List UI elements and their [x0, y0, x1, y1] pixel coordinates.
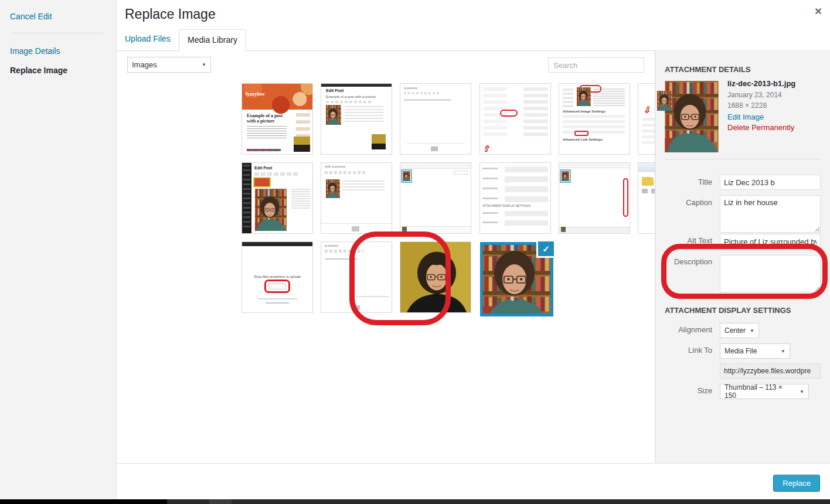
attachment-details-heading: ATTACHMENT DETAILS — [665, 65, 751, 74]
size-label: Size — [655, 386, 712, 395]
media-grid-item[interactable] — [480, 84, 550, 154]
menu-item-replace-image[interactable]: Replace Image — [10, 66, 67, 75]
caption-field[interactable]: Liz in her house — [720, 195, 821, 233]
thumbnail-text: Edit Post — [254, 166, 272, 171]
description-label: Description — [655, 257, 712, 266]
thumbnail-decoration — [404, 92, 439, 94]
thumbnail-text: ATTACHMENT DISPLAY SETTINGS — [482, 205, 530, 208]
description-field[interactable] — [720, 255, 821, 292]
chevron-down-icon: ▼ — [800, 389, 804, 394]
media-grid-item[interactable]: Drop files anywhere to upload — [242, 242, 312, 312]
alignment-select[interactable]: Center ▼ — [720, 323, 759, 338]
thumbnail-text: Example of a post with a picture — [326, 95, 380, 99]
thumbnail-decoration — [325, 250, 363, 253]
size-select[interactable]: Thumbnail – 113 × 150 ▼ — [720, 384, 809, 399]
title-label: Title — [655, 178, 712, 186]
chevron-down-icon: ▼ — [202, 62, 206, 67]
media-grid-item[interactable] — [400, 242, 471, 312]
thumbnail-text: with a picture — [325, 165, 345, 169]
modal-footer: Replace — [117, 463, 830, 499]
photo-thumbnail — [326, 179, 340, 198]
check-icon: ✓ — [536, 241, 554, 258]
media-frame: Replace Image Upload Files Media Library… — [117, 0, 655, 499]
media-grid-item-selected[interactable]: ✓ — [480, 242, 553, 316]
thumbnail-decoration — [325, 258, 358, 260]
thumbnail-decoration — [326, 101, 373, 103]
thumbnail-decoration — [482, 212, 498, 229]
thumbnail-text: a picture — [404, 86, 417, 90]
caption-label: Caption — [655, 198, 712, 207]
media-grid-item[interactable] — [559, 163, 630, 233]
edit-image-link[interactable]: Edit Image — [727, 113, 764, 121]
thumbnail-decoration — [454, 171, 468, 175]
link-url-field[interactable] — [720, 363, 821, 379]
thumbnail-decoration — [642, 177, 654, 186]
delete-permanently-link[interactable]: Delete Permanently — [727, 123, 794, 132]
thumbnail-decoration — [247, 149, 281, 151]
attachment-date: January 23, 2014 — [727, 91, 782, 99]
alignment-value: Center — [724, 326, 746, 335]
media-grid-item[interactable]: lyzzybeeExample of a post with a picture — [242, 84, 312, 154]
thumbnail-decoration — [294, 137, 310, 152]
thumbnail-text: a picture — [325, 244, 338, 248]
thumbnail-text: Edit Post — [326, 88, 343, 93]
photo-thumbnail — [400, 242, 471, 312]
thumbnail-decoration — [563, 115, 625, 135]
title-field[interactable] — [720, 175, 821, 190]
close-icon[interactable]: ✕ — [811, 5, 825, 19]
thumbnail-decoration — [345, 106, 383, 122]
thumbnail-decoration — [406, 143, 465, 144]
thumbnail-decoration — [505, 211, 548, 230]
taskbar-strip — [0, 499, 830, 504]
link-to-label: Link To — [655, 346, 712, 355]
modal-menu: Cancel Edit Image Details Replace Image — [0, 0, 117, 499]
menu-item-image-details[interactable]: Image Details — [10, 46, 60, 56]
thumbnail-decoration — [291, 189, 310, 210]
sidebar-divider — [665, 159, 821, 159]
replace-image-modal: Cancel Edit Image Details Replace Image … — [0, 0, 830, 504]
media-grid-item[interactable]: Advanced Image SettingsAdvanced Link Set… — [559, 84, 630, 154]
thumbnail-decoration — [254, 172, 298, 176]
thumbnail-decoration — [400, 226, 471, 233]
thumbnail-decoration — [257, 298, 297, 299]
thumbnail-decoration — [266, 302, 289, 304]
tab-media-library[interactable]: Media Library — [179, 29, 246, 51]
media-grid-item[interactable]: Edit Post — [242, 163, 312, 233]
tab-upload-files[interactable]: Upload Files — [125, 34, 171, 43]
display-settings-heading: ATTACHMENT DISPLAY SETTINGS — [665, 306, 791, 315]
alt-text-field[interactable] — [720, 234, 821, 249]
menu-item-cancel-edit[interactable]: Cancel Edit — [10, 12, 52, 21]
attachment-dimensions: 1688 × 2228 — [727, 101, 767, 110]
thumbnail-text: Advanced Image Settings — [563, 110, 606, 114]
photo-thumbnail — [562, 171, 569, 181]
thumbnail-decoration — [643, 105, 652, 115]
media-grid-item[interactable]: a picture — [321, 242, 392, 312]
thumbnail-decoration — [356, 296, 389, 297]
thumbnail-decoration — [623, 178, 628, 217]
media-grid-item[interactable]: a picture — [400, 84, 471, 154]
media-filter-select[interactable]: Images ▼ — [127, 57, 211, 73]
thumbnail-decoration — [404, 99, 451, 101]
alt-text-label: Alt Text — [655, 236, 712, 245]
thumbnail-decoration — [372, 134, 386, 149]
thumbnail-decoration — [400, 163, 471, 169]
thumbnail-decoration — [342, 181, 385, 192]
media-grid-item[interactable]: ATTACHMENT DISPLAY SETTINGS — [480, 163, 550, 233]
thumbnail-text: Advanced Link Settings — [563, 138, 603, 142]
search-input[interactable] — [548, 57, 644, 73]
alignment-label: Alignment — [655, 325, 712, 334]
media-grid-item[interactable] — [400, 163, 471, 233]
media-grid-item[interactable]: with a picture — [321, 163, 392, 233]
media-grid-item[interactable]: Edit PostExample of a post with a pictur… — [321, 84, 392, 154]
thumbnail-text: lyzzybee — [246, 91, 264, 97]
replace-button[interactable]: Replace — [773, 475, 820, 492]
link-to-select[interactable]: Media File ▼ — [720, 343, 790, 359]
chevron-down-icon: ▼ — [750, 328, 754, 333]
thumbnail-decoration — [563, 88, 573, 108]
thumbnail-decoration — [431, 147, 438, 151]
thumbnail-decoration — [254, 178, 270, 186]
photo-thumbnail — [255, 189, 287, 231]
thumbnail-text: Example of a post with a picture — [247, 113, 291, 124]
thumbnail-decoration — [523, 87, 548, 137]
page-title: Replace Image — [125, 6, 216, 22]
